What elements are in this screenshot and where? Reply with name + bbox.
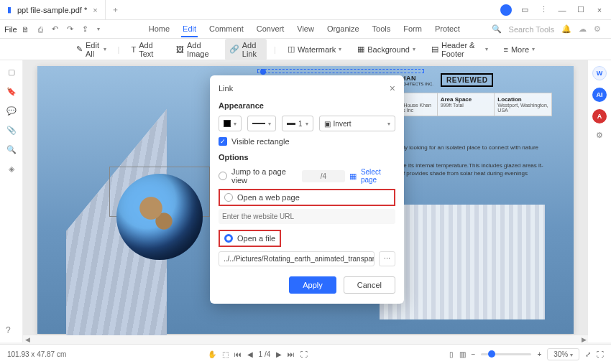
add-tab-button[interactable]: ＋ — [106, 4, 125, 15]
layers-icon[interactable]: ◈ — [9, 164, 14, 174]
zoom-in-icon[interactable]: + — [537, 350, 541, 358]
continuous-icon[interactable]: ▥ — [459, 350, 466, 358]
select-page-icon: ▦ — [349, 172, 357, 181]
document-header: ◧ KHAN ARCHITECTS INC. REVIEWED NameThe … — [380, 73, 552, 116]
window-settings-icon[interactable]: ▭ — [519, 5, 530, 14]
comment-panel-icon[interactable]: 💬 — [6, 106, 17, 116]
fullscreen-icon[interactable]: ⛶ — [597, 350, 604, 358]
settings-icon[interactable]: ⚙ — [594, 24, 601, 34]
bookmark-icon[interactable]: 🔖 — [6, 87, 17, 96]
close-window-icon[interactable]: × — [594, 6, 605, 14]
prev-page-icon[interactable]: ◀ — [247, 350, 253, 358]
url-input[interactable] — [219, 209, 395, 224]
option-open-file[interactable]: Open a file — [224, 234, 275, 243]
close-tab-icon[interactable]: × — [93, 6, 97, 14]
text-icon: T — [131, 45, 136, 54]
dialog-close-icon[interactable]: × — [390, 83, 395, 94]
help-icon[interactable]: ? — [6, 325, 11, 335]
tab-title: ppt file-sample.pdf * — [17, 6, 87, 14]
tab-form[interactable]: Form — [402, 22, 423, 37]
fit-width-icon[interactable]: ⤢ — [585, 350, 591, 358]
save-icon[interactable]: 🗎 — [20, 25, 31, 34]
attachment-icon[interactable]: 📎 — [6, 126, 17, 135]
visible-rect-checkbox[interactable]: ✓ Visible rectangle — [219, 137, 395, 146]
menu-chevron-icon[interactable]: ▾ — [96, 26, 101, 32]
undo-icon[interactable]: ↶ — [50, 24, 60, 34]
page-number-input[interactable] — [302, 170, 345, 182]
search-icon[interactable]: 🔍 — [492, 24, 502, 34]
app-badge[interactable]: A — [592, 109, 607, 123]
option-open-web[interactable]: Open a web page — [224, 193, 390, 202]
tab-view[interactable]: View — [295, 22, 316, 37]
share-icon[interactable]: ⇪ — [81, 24, 90, 34]
ai-badge[interactable]: AI — [592, 88, 607, 102]
menu-tabs: Home Edit Comment Convert View Organize … — [147, 22, 461, 37]
last-page-icon[interactable]: ⏭ — [288, 350, 295, 358]
edit-toolbar: ✎Edit All▾ | TAdd Text 🖼Add Image 🔗Add L… — [0, 39, 611, 60]
page-display[interactable]: 1 /4 — [259, 350, 271, 358]
read-mode-icon[interactable]: ⛶ — [300, 350, 308, 358]
slider-thumb[interactable] — [488, 350, 495, 358]
minimize-icon[interactable]: — — [556, 6, 568, 14]
radio-unchecked-icon — [219, 172, 227, 180]
select-tool-icon[interactable]: ⬚ — [222, 350, 229, 358]
maximize-icon[interactable]: ☐ — [575, 5, 587, 14]
single-page-icon[interactable]: ▯ — [449, 350, 454, 358]
add-link-tool[interactable]: 🔗Add Link — [225, 39, 267, 60]
tab-edit[interactable]: Edit — [181, 22, 198, 37]
tab-organize[interactable]: Organize — [326, 22, 361, 37]
word-export-badge[interactable]: W — [592, 66, 607, 80]
slider-panel-icon[interactable]: ⚙ — [596, 131, 603, 140]
tab-home[interactable]: Home — [147, 22, 171, 37]
zoom-value[interactable]: 30% ▾ — [547, 348, 579, 360]
scroll-right-icon[interactable]: ▶ — [579, 336, 588, 343]
add-text-tool[interactable]: TAdd Text — [127, 39, 165, 60]
selection-handle[interactable] — [260, 69, 266, 75]
highlight-style-picker[interactable]: ▣Invert▾ — [319, 116, 395, 131]
avatar[interactable] — [500, 4, 512, 16]
notification-icon[interactable]: 🔔 — [561, 24, 571, 34]
cloud-icon[interactable]: ☁ — [579, 24, 587, 34]
zoom-out-icon[interactable]: − — [472, 350, 476, 358]
apply-button[interactable]: Apply — [289, 276, 336, 294]
earth-image — [116, 174, 203, 260]
select-page-link[interactable]: Select page — [361, 168, 395, 184]
thumbnail-icon[interactable]: ▢ — [8, 67, 15, 77]
document-tab[interactable]: ▮ ppt file-sample.pdf * × — [0, 0, 106, 19]
tab-protect[interactable]: Protect — [433, 22, 461, 37]
cancel-button[interactable]: Cancel — [344, 276, 395, 294]
next-page-icon[interactable]: ▶ — [276, 350, 282, 358]
more-tool[interactable]: ≡More▾ — [500, 43, 539, 56]
search-placeholder[interactable]: Search Tools — [509, 25, 554, 34]
zoom-slider[interactable] — [481, 353, 531, 355]
scroll-left-icon[interactable]: ◀ — [23, 336, 32, 343]
watermark-tool[interactable]: ◫Watermark▾ — [283, 42, 346, 56]
kebab-icon[interactable]: ⋮ — [538, 5, 549, 14]
tab-convert[interactable]: Convert — [255, 22, 286, 37]
option-jump-page[interactable]: Jump to a page view ▦ Select page — [219, 167, 395, 185]
image-icon: 🖼 — [176, 45, 184, 54]
hand-tool-icon[interactable]: ✋ — [208, 350, 216, 358]
view-controls: ▯ ▥ − + 30% ▾ ⤢ ⛶ — [449, 348, 604, 360]
redo-icon[interactable]: ↷ — [65, 24, 75, 34]
add-image-tool[interactable]: 🖼Add Image — [172, 39, 218, 60]
find-icon[interactable]: 🔍 — [6, 145, 17, 154]
line-style-picker[interactable]: ▾ — [247, 116, 276, 131]
print-icon[interactable]: ⎙ — [37, 25, 45, 34]
first-page-icon[interactable]: ⏮ — [234, 350, 242, 358]
browse-file-button[interactable]: ··· — [379, 251, 395, 266]
horizontal-scrollbar[interactable]: ◀ ▶ — [23, 335, 588, 344]
coords-display: 101.93 x 47.87 cm — [7, 350, 66, 358]
thickness-picker[interactable]: 1▾ — [282, 116, 313, 131]
edit-all-tool[interactable]: ✎Edit All▾ — [72, 39, 111, 60]
tab-comment[interactable]: Comment — [208, 22, 245, 37]
file-menu[interactable]: File — [4, 25, 17, 34]
link-color-picker[interactable]: ▾ — [219, 116, 242, 131]
menubar: File 🗎 ⎙ ↶ ↷ ⇪ ▾ Home Edit Comment Conve… — [0, 20, 611, 39]
background-tool[interactable]: ▦Background▾ — [353, 42, 420, 56]
header-footer-tool[interactable]: ▤Header & Footer▾ — [427, 39, 492, 60]
file-path-display: ../../Pictures/Rotating_earth_animated_t… — [219, 251, 375, 266]
tab-tools[interactable]: Tools — [371, 22, 392, 37]
more-icon: ≡ — [504, 45, 508, 54]
link-icon: 🔗 — [229, 45, 239, 54]
